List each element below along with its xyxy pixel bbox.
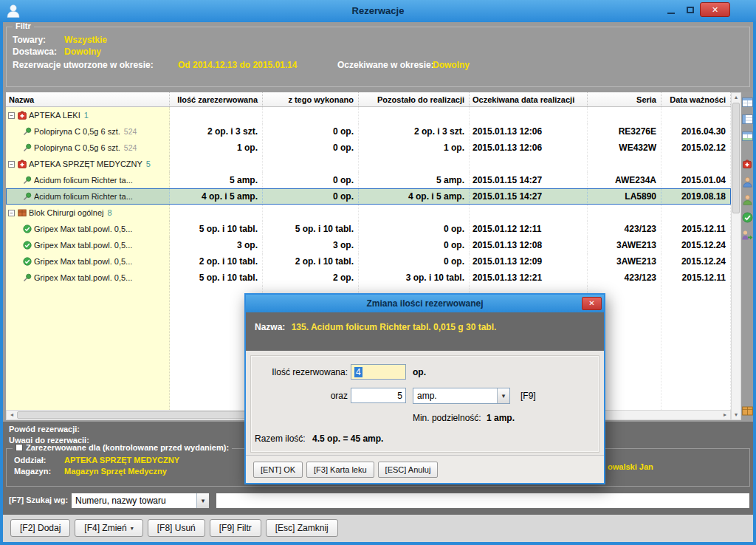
column-header-2[interactable]: Ilość zarezerwowana bbox=[170, 92, 263, 106]
f8-usun-button[interactable]: [F8] Usuń bbox=[148, 519, 205, 537]
f2-dodaj-button[interactable]: [F2] Dodaj bbox=[10, 519, 70, 537]
minimize-button[interactable] bbox=[662, 2, 680, 17]
scroll-up-icon[interactable]: ▴ bbox=[731, 93, 741, 102]
value-cell bbox=[359, 107, 470, 123]
group-row[interactable]: −APTEKA LEKI1 bbox=[6, 107, 731, 123]
f3-karta-leku-button[interactable]: [F3] Karta leku bbox=[306, 462, 374, 478]
maximize-button[interactable] bbox=[681, 2, 699, 17]
value-cell: 0 op. bbox=[359, 237, 470, 253]
search-input[interactable] bbox=[216, 493, 750, 509]
chevron-down-icon: ▾ bbox=[196, 493, 209, 508]
package-icon[interactable] bbox=[741, 405, 753, 417]
patient-icon[interactable] bbox=[741, 176, 753, 188]
value-cell: 5 op. i 10 tabl. bbox=[170, 270, 263, 286]
name-cell[interactable]: Polopiryna C 0,5g 6 szt.524 bbox=[6, 123, 170, 140]
column-header-1[interactable]: Nazwa bbox=[6, 92, 170, 106]
value-cell: 2015.01.15 14:27 bbox=[470, 172, 588, 188]
name-cell[interactable]: −APTEKA LEKI1 bbox=[6, 107, 170, 123]
rezerwacje-window: Rezerwacje ✕ Filtr Towary: Wszystkie Dos… bbox=[0, 0, 756, 545]
ent-ok-button[interactable]: [ENT] OK bbox=[253, 462, 303, 478]
group-row[interactable]: −Blok Chirurgi ogólnej8 bbox=[6, 205, 731, 221]
value-cell bbox=[170, 205, 263, 221]
table-view-2-icon[interactable] bbox=[741, 113, 753, 125]
reservation-row[interactable]: Acidum folicum Richter ta...4 op. i 5 am… bbox=[6, 188, 731, 205]
column-header-7[interactable]: Data ważności bbox=[662, 92, 731, 106]
reservation-row[interactable]: Polopiryna C 0,5g 6 szt.5242 op. i 3 szt… bbox=[6, 123, 731, 140]
table-view-1-icon[interactable] bbox=[741, 96, 753, 108]
person-icon[interactable] bbox=[741, 193, 753, 205]
person-arrow-icon[interactable] bbox=[741, 229, 753, 241]
value-cell: 2 op. i 3 szt. bbox=[359, 123, 470, 140]
column-header-4[interactable]: Pozostało do realizacji bbox=[359, 92, 470, 106]
scroll-down-icon[interactable]: ▾ bbox=[731, 411, 741, 419]
total-quantity-value: 4.5 op. = 45 amp. bbox=[312, 433, 383, 444]
f4-zmien-button[interactable]: [F4] Zmień▾ bbox=[75, 519, 142, 537]
value-cell: LA5890 bbox=[588, 188, 662, 205]
reservation-row[interactable]: Gripex Max tabl.powl. 0,5...5 op. i 10 t… bbox=[6, 221, 731, 237]
tree-collapse-icon[interactable]: − bbox=[8, 161, 15, 168]
value-cell: 2015.01.15 14:27 bbox=[470, 188, 588, 205]
f9-filtr-button[interactable]: [F9] Filtr bbox=[210, 519, 261, 537]
value-cell: 2015.01.13 12:06 bbox=[470, 123, 588, 140]
column-header-6[interactable]: Seria bbox=[588, 92, 662, 106]
value-cell bbox=[263, 205, 359, 221]
name-cell[interactable]: Gripex Max tabl.powl. 0,5... bbox=[6, 221, 170, 237]
titlebar[interactable]: Rezerwacje ✕ bbox=[0, 0, 756, 22]
search-mode-dropdown[interactable]: Numeru, nazwy towaru ▾ bbox=[71, 493, 210, 509]
pin-icon bbox=[22, 176, 32, 185]
column-header-3[interactable]: z tego wykonano bbox=[263, 92, 359, 106]
tree-collapse-icon[interactable]: − bbox=[8, 210, 15, 216]
group-row[interactable]: −APTEKA SPRZĘT MEDYCZNY5 bbox=[6, 156, 731, 172]
name-cell[interactable]: Polopiryna C 0,5g 6 szt.524 bbox=[6, 140, 170, 156]
oraz-input[interactable]: 5 bbox=[351, 388, 406, 403]
value-cell: 2 op. bbox=[263, 270, 359, 286]
esc-anuluj-button[interactable]: [ESC] Anuluj bbox=[378, 462, 439, 478]
ilosc-value: 4 bbox=[354, 367, 362, 377]
scroll-right-icon[interactable]: ▸ bbox=[720, 411, 730, 419]
value-cell: RE3276E bbox=[588, 123, 662, 140]
name-cell[interactable]: Acidum folicum Richter ta... bbox=[6, 188, 170, 205]
ilosc-rezerwowana-input[interactable]: 4 bbox=[351, 364, 406, 380]
item-name: Acidum folicum Richter ta... bbox=[34, 176, 133, 185]
table-view-3-icon[interactable] bbox=[741, 130, 753, 142]
value-cell: 0 op. bbox=[359, 221, 470, 237]
oraz-label: oraz bbox=[252, 391, 348, 401]
pharmacy-icon[interactable] bbox=[741, 158, 753, 170]
reserved-for-checkbox[interactable] bbox=[16, 444, 23, 451]
value-cell: 2 op. i 10 tabl. bbox=[263, 253, 359, 270]
value-cell: 2 op. i 3 szt. bbox=[170, 123, 263, 140]
dialog-close-button[interactable]: ✕ bbox=[582, 297, 602, 310]
name-cell[interactable]: −APTEKA SPRZĘT MEDYCZNY5 bbox=[6, 156, 170, 172]
reservation-row[interactable]: Polopiryna C 0,5g 6 szt.5241 op.0 op.1 o… bbox=[6, 140, 731, 156]
value-cell bbox=[662, 156, 731, 172]
value-cell: 2015.12.24 bbox=[662, 253, 731, 270]
unit-dropdown[interactable]: amp. ▾ bbox=[413, 388, 510, 404]
vertical-scroll-thumb[interactable] bbox=[732, 103, 740, 213]
esc-zamknij-button[interactable]: [Esc] Zamknij bbox=[266, 519, 338, 537]
name-cell[interactable]: Gripex Max tabl.powl. 0,5... bbox=[6, 237, 170, 253]
value-cell: 4 op. i 5 amp. bbox=[359, 188, 470, 205]
reservation-row[interactable]: Gripex Max tabl.powl. 0,5...2 op. i 10 t… bbox=[6, 253, 731, 270]
name-cell[interactable]: Gripex Max tabl.powl. 0,5... bbox=[6, 270, 170, 286]
name-cell[interactable]: −Blok Chirurgi ogólnej8 bbox=[6, 205, 170, 221]
name-cell[interactable]: Acidum folicum Richter ta... bbox=[6, 172, 170, 188]
name-cell[interactable]: Gripex Max tabl.powl. 0,5... bbox=[6, 253, 170, 270]
value-cell: 3 op. bbox=[263, 237, 359, 253]
dialog-titlebar[interactable]: Zmiana ilości rezerwowanej ✕ bbox=[246, 295, 604, 312]
tree-collapse-icon[interactable]: − bbox=[8, 112, 15, 119]
reservation-row[interactable]: Gripex Max tabl.powl. 0,5...5 op. i 10 t… bbox=[6, 270, 731, 286]
oddzial-label: Oddział: bbox=[14, 456, 46, 465]
reservation-row[interactable]: Gripex Max tabl.powl. 0,5...3 op.3 op.0 … bbox=[6, 237, 731, 253]
value-cell: 2019.08.18 bbox=[662, 188, 731, 205]
item-name: Polopiryna C 0,5g 6 szt. bbox=[34, 143, 120, 152]
scroll-left-icon[interactable]: ◂ bbox=[7, 411, 17, 419]
approve-icon[interactable] bbox=[741, 211, 753, 223]
vertical-scrollbar[interactable]: ▴ ▾ bbox=[731, 92, 741, 420]
reservation-row[interactable]: Acidum folicum Richter ta...5 amp.0 op.5… bbox=[6, 172, 731, 188]
magazyn-label: Magazyn: bbox=[14, 467, 51, 476]
column-header-5[interactable]: Oczekiwana data realizacji bbox=[470, 92, 588, 106]
reserved-for-label: Zarezerwowane dla (kontrolowane przed wy… bbox=[26, 443, 229, 452]
close-button[interactable]: ✕ bbox=[700, 2, 730, 17]
person-value: owalski Jan bbox=[608, 462, 653, 471]
value-cell: 3AWE213 bbox=[588, 237, 662, 253]
